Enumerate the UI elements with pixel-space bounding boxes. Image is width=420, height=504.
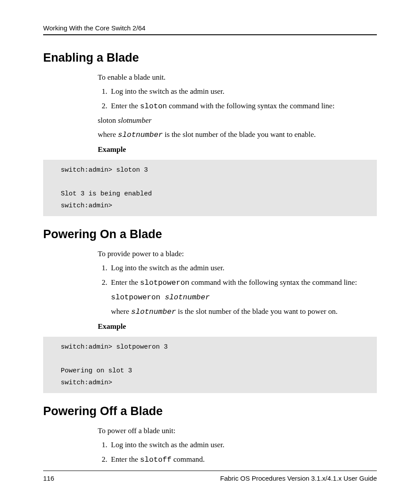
text: is the slot number of the blade you want… [176, 307, 338, 316]
heading-powering-on-blade: Powering On a Blade [43, 228, 377, 241]
text: Enter the [111, 278, 140, 287]
steps-list: Log into the switch as the admin user. E… [98, 262, 377, 318]
step-item: Enter the sloton command with the follow… [109, 100, 377, 112]
inline-code: slotpoweron [140, 279, 189, 287]
step-item: Enter the slotpoweron command with the f… [109, 277, 377, 318]
variable-code: slotnumber [118, 131, 163, 139]
intro-text: To provide power to a blade: [98, 248, 377, 260]
steps-list: Log into the switch as the admin user. E… [98, 439, 377, 466]
step-item: Enter the slotoff command. [109, 454, 377, 466]
heading-powering-off-blade: Powering Off a Blade [43, 405, 377, 418]
variable: slotnumber [118, 116, 152, 125]
body-s3: To power off a blade unit: Log into the … [98, 425, 377, 466]
page-footer: 116 Fabric OS Procedures Version 3.1.x/4… [43, 471, 377, 482]
intro-text: To enable a blade unit. [98, 72, 377, 83]
variable-code: slotnumber [165, 293, 210, 302]
step-item: Log into the switch as the admin user. [109, 439, 377, 451]
text: where [98, 130, 118, 139]
body-s2: To provide power to a blade: Log into th… [98, 248, 377, 332]
step-item: Log into the switch as the admin user. [109, 86, 377, 97]
running-header: Working With the Core Switch 2/64 [43, 24, 377, 35]
text: Enter the [111, 455, 140, 464]
intro-text: To power off a blade unit: [98, 425, 377, 437]
inline-code: sloton [140, 102, 167, 110]
body-s1: To enable a blade unit. Log into the swi… [98, 72, 377, 155]
page: Working With the Core Switch 2/64 Enabli… [0, 0, 420, 504]
where-line: where slotnumber is the slot number of t… [111, 306, 377, 318]
text: Enter the [111, 102, 140, 110]
where-line: where slotnumber is the slot number of t… [98, 129, 377, 141]
code-example: switch:admin> slotpoweron 3 Powering on … [43, 337, 377, 393]
code-example: switch:admin> sloton 3 Slot 3 is being e… [43, 160, 377, 216]
steps-list: Log into the switch as the admin user. E… [98, 86, 377, 112]
inline-code: slotpoweron [111, 293, 165, 302]
example-label: Example [98, 144, 377, 155]
text: sloton [98, 116, 118, 125]
text: command with the following syntax the co… [167, 102, 335, 110]
syntax-line: sloton slotnumber [98, 115, 377, 126]
text: is the slot number of the blade you want… [163, 130, 316, 139]
text: command. [172, 455, 205, 464]
doc-title: Fabric OS Procedures Version 3.1.x/4.1.x… [220, 475, 377, 482]
step-item: Log into the switch as the admin user. [109, 262, 377, 274]
inline-code: slotoff [140, 456, 171, 464]
heading-enabling-blade: Enabling a Blade [43, 51, 377, 65]
variable-code: slotnumber [131, 308, 176, 316]
example-label: Example [98, 321, 377, 332]
page-number: 116 [43, 475, 54, 482]
text: command with the following syntax the co… [189, 278, 357, 287]
text: where [111, 307, 131, 316]
syntax-line: slotpoweron slotnumber [111, 291, 377, 303]
